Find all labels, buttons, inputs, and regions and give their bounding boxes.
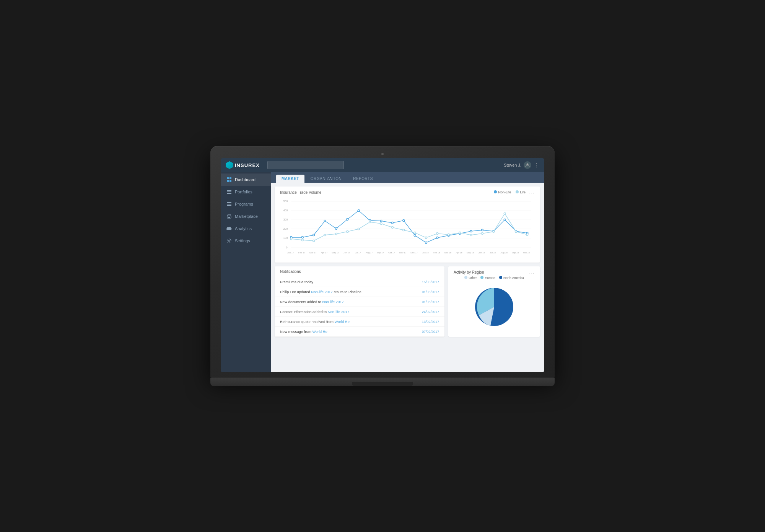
grid-icon [226, 177, 232, 182]
svg-text:Jan 17: Jan 17 [287, 251, 294, 254]
region-title: Activity by Region [454, 270, 484, 274]
sidebar-label-settings: Settings [235, 238, 250, 243]
svg-point-68 [515, 231, 517, 233]
svg-point-50 [313, 240, 315, 242]
svg-point-37 [414, 235, 416, 237]
svg-point-38 [425, 242, 427, 244]
svg-text:Feb 18: Feb 18 [433, 251, 440, 254]
notif-link-4[interactable]: Non-life 2017 [328, 310, 350, 314]
svg-text:Jul 17: Jul 17 [355, 251, 361, 254]
sidebar-item-marketplace[interactable]: Marketplace [221, 210, 271, 222]
region-options-icon[interactable]: ··· [529, 271, 535, 276]
svg-point-34 [380, 220, 382, 222]
svg-point-36 [403, 220, 405, 222]
svg-rect-6 [227, 191, 231, 192]
svg-text:Oct 18: Oct 18 [523, 251, 530, 254]
notif-text-1: Premiums due today [280, 280, 313, 284]
sidebar-label-analytics: Analytics [235, 226, 252, 231]
svg-text:0: 0 [286, 246, 288, 249]
svg-point-67 [504, 213, 506, 215]
chart-options-icon[interactable]: ··· [529, 190, 535, 196]
sidebar-label-portfolios: Portfolios [235, 190, 252, 194]
svg-text:Oct 17: Oct 17 [388, 251, 395, 254]
svg-text:100: 100 [283, 237, 288, 239]
svg-rect-1 [227, 177, 229, 179]
notif-text-2: Philip Lee updated Non-life 2017 stauts … [280, 290, 361, 294]
svg-point-28 [313, 234, 315, 236]
svg-rect-12 [228, 217, 230, 218]
notification-item-1: Premiums due today 15/03/2017 [275, 277, 444, 287]
pie-chart-container [454, 282, 535, 332]
market-icon [226, 214, 232, 219]
screen: INSUREX Steven J. ⋮ [221, 158, 544, 372]
notifications-card: Notifications Premiums due today 15/03/2… [275, 266, 444, 337]
notif-text-4: Contact information added to Non-life 20… [280, 310, 349, 314]
svg-text:Sep 18: Sep 18 [512, 251, 519, 254]
svg-text:Dec 17: Dec 17 [410, 251, 418, 254]
svg-point-62 [448, 234, 449, 236]
screen-bezel: INSUREX Steven J. ⋮ [210, 146, 555, 378]
svg-point-66 [493, 231, 495, 233]
sidebar-label-dashboard: Dashboard [235, 177, 256, 182]
svg-text:500: 500 [283, 200, 288, 203]
svg-point-55 [369, 221, 371, 223]
svg-text:Jun 18: Jun 18 [478, 251, 485, 254]
sidebar-item-analytics[interactable]: Analytics [221, 222, 271, 235]
cloud-icon [226, 226, 232, 231]
notif-date-6: 07/02/2017 [422, 330, 439, 334]
topbar: INSUREX Steven J. ⋮ [221, 158, 544, 172]
region-legend: Other Europe North America [454, 276, 535, 280]
svg-rect-2 [230, 177, 231, 179]
svg-point-31 [347, 219, 348, 221]
svg-text:Jan 18: Jan 18 [422, 251, 429, 254]
notif-text-6: New message from World Re [280, 329, 327, 334]
sidebar-item-settings[interactable]: Settings [221, 235, 271, 247]
notification-item-5: Reinsurance quote received from World Re… [275, 317, 444, 327]
tab-market[interactable]: MARKET [276, 175, 304, 183]
notif-link-3[interactable]: Non-life 2017 [322, 300, 344, 304]
sidebar-item-dashboard[interactable]: Dashboard [221, 174, 271, 186]
svg-rect-8 [227, 202, 231, 203]
svg-point-59 [414, 232, 416, 234]
sidebar-label-programs: Programs [235, 202, 253, 206]
svg-text:May 18: May 18 [467, 251, 474, 254]
svg-text:300: 300 [283, 218, 288, 221]
svg-point-58 [403, 229, 405, 231]
notif-link-6[interactable]: World Re [312, 329, 327, 334]
notif-link-2[interactable]: Non-life 2017 [311, 290, 333, 294]
svg-text:400: 400 [283, 209, 288, 212]
user-avatar-icon [524, 161, 531, 169]
svg-text:Mar 17: Mar 17 [309, 251, 316, 254]
sidebar-item-programs[interactable]: Programs [221, 198, 271, 210]
list-icon-portfolios [226, 189, 232, 195]
tab-reports[interactable]: REPORTS [348, 175, 378, 183]
camera-dot [381, 153, 384, 155]
svg-point-30 [335, 228, 337, 230]
svg-point-69 [526, 234, 528, 236]
chart-title: Insurance Trade Volume [280, 190, 321, 195]
sidebar-label-marketplace: Marketplace [235, 214, 258, 219]
more-options-icon[interactable]: ⋮ [534, 162, 539, 168]
svg-rect-5 [227, 190, 231, 191]
notif-link-5[interactable]: World Re [335, 320, 350, 324]
svg-point-54 [358, 228, 360, 230]
search-input[interactable] [267, 161, 344, 169]
svg-text:Mar 18: Mar 18 [444, 251, 452, 254]
legend-north-america: North America [499, 276, 524, 280]
tab-organization[interactable]: ORGANIZATION [305, 175, 347, 183]
notif-date-2: 01/03/2017 [422, 290, 439, 294]
svg-point-35 [391, 222, 393, 224]
notifications-header: Notifications [275, 266, 444, 277]
svg-text:Nov 17: Nov 17 [399, 251, 407, 254]
notif-text-3: New documents added to Non-life 2017 [280, 300, 344, 304]
notif-date-4: 24/02/2017 [422, 310, 439, 314]
notif-text-5: Reinsurance quote received from World Re [280, 320, 350, 324]
svg-point-13 [228, 240, 230, 242]
sidebar-item-portfolios[interactable]: Portfolios [221, 186, 271, 198]
legend-non-life: Non-Life [494, 190, 511, 194]
notification-item-2: Philip Lee updated Non-life 2017 stauts … [275, 287, 444, 297]
svg-point-52 [335, 233, 337, 235]
svg-point-32 [358, 210, 360, 212]
laptop-base [210, 378, 555, 386]
main-panel: MARKET ORGANIZATION REPORTS Insurance Tr… [271, 172, 544, 372]
